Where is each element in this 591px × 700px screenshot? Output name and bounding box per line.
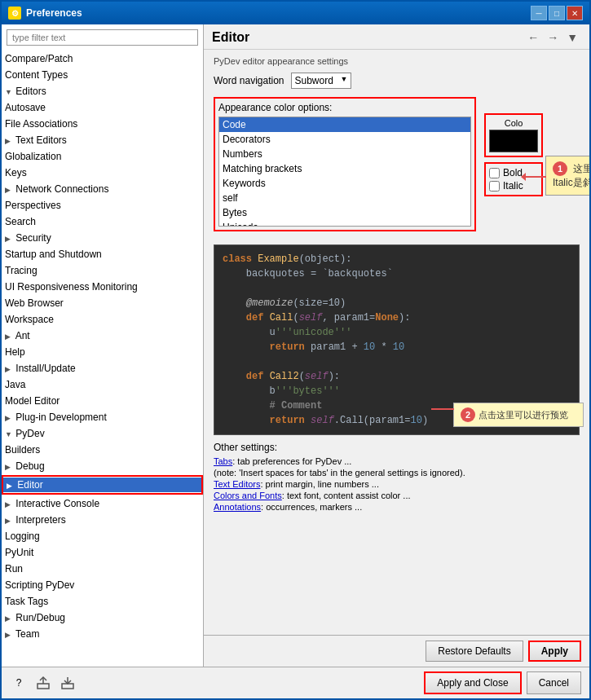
sidebar-item-scripting[interactable]: Scripting PyDev <box>2 577 203 593</box>
sidebar-item-pyunit[interactable]: PyUnit <box>2 544 203 561</box>
color-list[interactable]: Code Decorators Numbers Matching bracket… <box>218 117 471 227</box>
sidebar-item-help[interactable]: Help <box>2 344 203 360</box>
apply-button[interactable]: Apply <box>528 641 581 662</box>
sidebar-item-interpreters[interactable]: ▶ Interpreters <box>2 512 203 528</box>
sidebar-item-tracing[interactable]: Tracing <box>2 262 203 279</box>
tabs-link[interactable]: Tabs <box>214 456 232 466</box>
nav-dropdown-button[interactable]: ▼ <box>563 29 581 46</box>
word-nav-select[interactable]: Subword Word <box>291 73 351 89</box>
sidebar-item-install-update[interactable]: ▶ Install/Update <box>2 360 203 376</box>
color-item-code[interactable]: Code <box>219 117 470 132</box>
colors-fonts-link[interactable]: Colors and Fonts <box>214 491 282 500</box>
minimize-button[interactable]: ─ <box>531 6 547 20</box>
bold-checkbox[interactable] <box>489 168 500 178</box>
panel-header: Editor ← → ▼ <box>204 24 589 50</box>
nav-arrows: ← → ▼ <box>524 29 581 46</box>
panel-title: Editor <box>212 30 249 45</box>
sidebar-item-workspace[interactable]: Workspace <box>2 311 203 328</box>
color-swatch-area: Colo <box>484 113 543 157</box>
sidebar-item-java[interactable]: Java <box>2 376 203 393</box>
italic-checkbox[interactable] <box>489 181 500 192</box>
sidebar-item-logging[interactable]: Logging <box>2 528 203 544</box>
sidebar-item-globalization[interactable]: Globalization <box>2 148 203 165</box>
export-icon[interactable] <box>34 674 52 692</box>
sidebar-item-compare[interactable]: Compare/Patch <box>2 51 203 67</box>
appearance-label: Appearance color options: <box>218 102 471 113</box>
color-item-numbers[interactable]: Numbers <box>219 147 470 161</box>
sidebar-item-run[interactable]: Run <box>2 561 203 577</box>
sidebar-item-model-editor[interactable]: Model Editor <box>2 393 203 409</box>
sidebar-item-team[interactable]: ▶ Team <box>2 626 203 642</box>
footer-left: ? <box>10 674 77 692</box>
other-settings-label: Other settings: <box>214 442 580 453</box>
color-item-decorators[interactable]: Decorators <box>219 132 470 147</box>
sidebar-item-web-browser[interactable]: Web Browser <box>2 295 203 311</box>
color-item-unicode[interactable]: Unicode <box>219 220 470 227</box>
color-swatch[interactable] <box>489 130 538 152</box>
sidebar-item-plugin-dev[interactable]: ▶ Plug-in Development <box>2 409 203 425</box>
settings-line-colors-fonts: Colors and Fonts: text font, content ass… <box>214 491 580 500</box>
bottom-bar: Restore Defaults Apply <box>204 635 589 667</box>
settings-line-annotations: Annotations: occurrences, markers ... <box>214 502 580 512</box>
word-navigation-row: Word navigation Subword Word <box>214 73 580 89</box>
sidebar-item-network[interactable]: ▶ Network Connections <box>2 181 203 197</box>
right-panel: Editor ← → ▼ PyDev editor appearance set… <box>204 24 589 667</box>
sidebar-item-ui-responsiveness[interactable]: UI Responsiveness Monitoring <box>2 279 203 295</box>
cancel-button[interactable]: Cancel <box>527 671 581 694</box>
title-bar: ⚙ Preferences ─ □ ✕ <box>2 2 589 24</box>
window-icon: ⚙ <box>8 7 21 20</box>
help-icon[interactable]: ? <box>10 674 28 692</box>
sidebar-item-pydev[interactable]: ▼ PyDev <box>2 425 203 442</box>
color-item-matching-brackets[interactable]: Matching brackets <box>219 161 470 176</box>
sidebar-item-keys[interactable]: Keys <box>2 165 203 181</box>
filter-input[interactable] <box>7 29 198 46</box>
forward-button[interactable]: → <box>544 29 562 46</box>
italic-label: Italic <box>503 180 523 192</box>
sidebar-item-search[interactable]: Search <box>2 214 203 230</box>
import-icon[interactable] <box>59 674 77 692</box>
back-button[interactable]: ← <box>524 29 542 46</box>
sidebar-item-builders[interactable]: Builders <box>2 442 203 458</box>
restore-defaults-button[interactable]: Restore Defaults <box>426 641 523 662</box>
panel-description: PyDev editor appearance settings <box>214 56 580 66</box>
color-label: Colo <box>505 118 523 128</box>
close-button[interactable]: ✕ <box>567 6 583 20</box>
bottom-bar-right: Restore Defaults Apply <box>426 641 581 662</box>
bold-italic-area: Bold Italic 1 这里Bold是代码加粗，Italic是斜体 <box>484 162 543 196</box>
text-editors-link[interactable]: Text Editors <box>214 479 260 489</box>
color-item-bytes[interactable]: Bytes <box>219 205 470 220</box>
color-item-self[interactable]: self <box>219 191 470 205</box>
sidebar-item-startup[interactable]: Startup and Shutdown <box>2 246 203 262</box>
tooltip-preview: 2点击这里可以进行预览 <box>453 403 584 427</box>
maximize-button[interactable]: □ <box>549 6 565 20</box>
sidebar-item-editor[interactable]: ▶ Editor <box>2 475 203 495</box>
tooltip-bold-italic: 1 这里Bold是代码加粗，Italic是斜体 <box>545 156 589 196</box>
sidebar-item-ant[interactable]: ▶ Ant <box>2 328 203 344</box>
window-title: Preferences <box>26 7 82 19</box>
sidebar-item-perspectives[interactable]: Perspectives <box>2 197 203 214</box>
other-settings-section: Other settings: Tabs: tab preferences fo… <box>214 442 580 512</box>
settings-line-note: (note: 'Insert spaces for tabs' in the g… <box>214 468 580 478</box>
sidebar-item-security[interactable]: ▶ Security <box>2 230 203 246</box>
sidebar-item-interactive-console[interactable]: ▶ Interactive Console <box>2 495 203 512</box>
appearance-box: Appearance color options: Code Decorator… <box>214 97 476 231</box>
sidebar-item-autosave[interactable]: Autosave <box>2 99 203 116</box>
main-content: Compare/Patch Content Types ▼ Editors Au… <box>2 24 589 667</box>
tooltip1-circle: 1 <box>553 161 567 176</box>
sidebar-item-run-debug[interactable]: ▶ Run/Debug <box>2 610 203 626</box>
tooltip2-circle: 2 <box>461 407 475 422</box>
annotations-link[interactable]: Annotations <box>214 502 261 512</box>
italic-row: Italic <box>489 180 538 192</box>
sidebar-item-editors[interactable]: ▼ Editors <box>2 83 203 99</box>
code-preview-container: class Example(object): backquotes = `bac… <box>214 244 580 435</box>
color-item-keywords[interactable]: Keywords <box>219 176 470 191</box>
sidebar-item-file-associations[interactable]: File Associations <box>2 116 203 132</box>
sidebar-item-task-tags[interactable]: Task Tags <box>2 593 203 610</box>
sidebar-item-content-types[interactable]: Content Types <box>2 67 203 83</box>
sidebar: Compare/Patch Content Types ▼ Editors Au… <box>2 24 204 667</box>
footer-right: Apply and Close Cancel <box>424 671 581 694</box>
sidebar-item-debug[interactable]: ▶ Debug <box>2 458 203 474</box>
window-controls: ─ □ ✕ <box>531 6 583 20</box>
apply-and-close-button[interactable]: Apply and Close <box>424 671 521 694</box>
sidebar-item-text-editors[interactable]: ▶ Text Editors <box>2 132 203 148</box>
